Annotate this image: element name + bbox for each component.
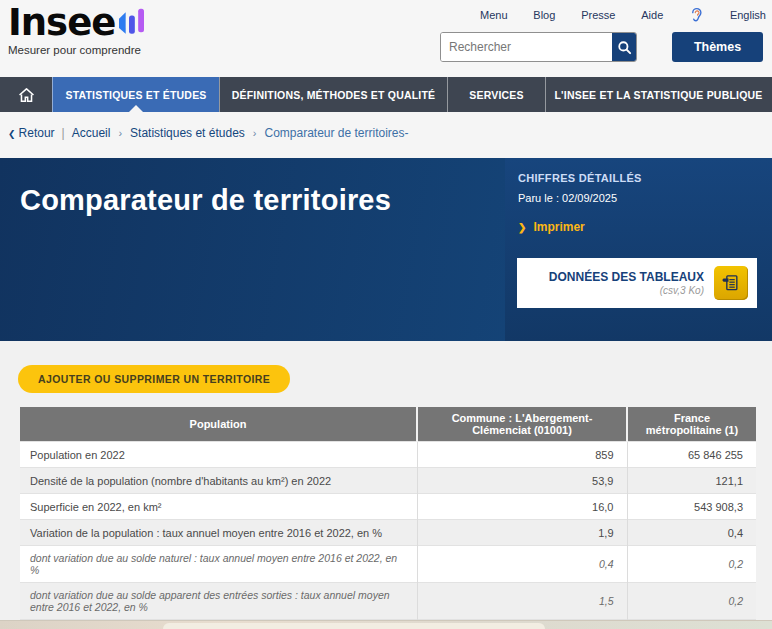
themes-button[interactable]: Thèmes (672, 32, 763, 62)
commune-value: 859 (417, 442, 627, 468)
nav-tab-label: SERVICES (469, 89, 524, 101)
search-input[interactable] (441, 33, 612, 61)
commune-value: 0,4 (417, 546, 627, 583)
breadcrumb-current: Comparateur de territoires- (264, 126, 408, 140)
nav-tab-label: STATISTIQUES ET ÉTUDES (65, 89, 206, 101)
column-header-population: Population (20, 407, 417, 442)
breadcrumb-separator-icon: › (118, 127, 122, 139)
print-link[interactable]: ❯Imprimer (518, 220, 585, 234)
france-value: 121,1 (627, 468, 756, 494)
presse-link[interactable]: Presse (581, 9, 615, 21)
row-label: Variation de la population : taux annuel… (20, 520, 417, 546)
insee-page: Insee Mesurer pour comprendre Menu Blog … (0, 0, 772, 629)
nav-tab-definitions[interactable]: DÉFINITIONS, MÉTHODES ET QUALITÉ (219, 77, 447, 112)
nav-tab-insee-statistique-publique[interactable]: L'INSEE ET LA STATISTIQUE PUBLIQUE (545, 77, 771, 112)
row-label: Densité de la population (nombre d'habit… (20, 468, 417, 494)
blog-link[interactable]: Blog (533, 9, 555, 21)
table-row: Variation de la population : taux annuel… (20, 520, 756, 546)
column-header-france: France métropolitaine (1) (627, 407, 756, 442)
breadcrumb: ❮Retour|Accueil›Statistiques et études›C… (0, 112, 772, 158)
row-label: Superficie en 2022, en km² (20, 494, 417, 520)
search-button[interactable] (612, 33, 636, 61)
home-icon (18, 87, 35, 103)
insee-logo[interactable]: Insee Mesurer pour comprendre (8, 2, 145, 56)
row-label: dont variation due au solde apparent des… (20, 583, 417, 620)
bottom-overlay (0, 620, 772, 629)
breadcrumb-accueil[interactable]: Accueil (72, 126, 111, 140)
brand-tagline: Mesurer pour comprendre (8, 44, 145, 56)
aide-link[interactable]: Aide (641, 9, 663, 21)
nav-tab-statistiques[interactable]: STATISTIQUES ET ÉTUDES (52, 77, 219, 112)
table-row: dont variation due au solde apparent des… (20, 583, 756, 620)
logo-text: Insee (8, 2, 115, 44)
main-nav: STATISTIQUES ET ÉTUDES DÉFINITIONS, MÉTH… (0, 77, 772, 112)
utility-menu: Menu Blog Presse Aide English (440, 6, 770, 23)
breadcrumb-separator-icon: › (253, 127, 257, 139)
publication-date: Paru le : 02/09/2025 (518, 192, 617, 204)
search-group (440, 32, 637, 62)
nav-tab-services[interactable]: SERVICES (447, 77, 545, 112)
hero-banner: Comparateur de territoires CHIFFRES DÉTA… (0, 158, 772, 341)
download-label: DONNÉES DES TABLEAUX (549, 270, 704, 284)
site-header: Insee Mesurer pour comprendre Menu Blog … (0, 0, 772, 77)
csv-file-icon (714, 266, 748, 300)
hero-side-panel: CHIFFRES DÉTAILLÉS Paru le : 02/09/2025 … (505, 158, 772, 341)
commune-value: 1,9 (417, 520, 627, 546)
nav-tab-label: L'INSEE ET LA STATISTIQUE PUBLIQUE (554, 89, 762, 101)
table-row: Population en 2022 859 65 846 255 (20, 442, 756, 468)
page-title: Comparateur de territoires (20, 184, 391, 217)
france-value: 0,4 (627, 520, 756, 546)
row-label: dont variation due au solde naturel : ta… (20, 546, 417, 583)
download-data-button[interactable]: DONNÉES DES TABLEAUX (csv,3 Ko) (517, 258, 757, 308)
france-value: 0,2 (627, 583, 756, 620)
table-header-row: Population Commune : L'Abergement-Clémen… (20, 407, 756, 442)
bottom-overlay-sheet (163, 623, 545, 629)
table-row: Superficie en 2022, en km² 16,0 543 908,… (20, 494, 756, 520)
insee-logo-bars-icon (118, 8, 145, 38)
commune-value: 16,0 (417, 494, 627, 520)
add-territory-button[interactable]: AJOUTER OU SUPPRIMER UN TERRITOIRE (18, 365, 290, 393)
france-value: 65 846 255 (627, 442, 756, 468)
main-content: AJOUTER OU SUPPRIMER UN TERRITOIRE Popul… (0, 341, 772, 629)
search-row: Thèmes (440, 32, 770, 62)
france-value: 543 908,3 (627, 494, 756, 520)
download-filesize: (csv,3 Ko) (549, 285, 704, 296)
menu-link[interactable]: Menu (480, 9, 508, 21)
column-header-commune: Commune : L'Abergement-Clémenciat (01001… (417, 407, 627, 442)
commune-value: 53,9 (417, 468, 627, 494)
search-icon (617, 40, 632, 55)
breadcrumb-statistiques[interactable]: Statistiques et études (130, 126, 245, 140)
header-utilities: Menu Blog Presse Aide English (440, 6, 770, 62)
commune-value: 1,5 (417, 583, 627, 620)
back-link[interactable]: ❮Retour (8, 126, 55, 140)
chevron-right-icon: ❯ (518, 222, 526, 233)
language-toggle[interactable]: English (730, 9, 766, 21)
back-arrow-icon: ❮ (8, 129, 16, 139)
population-table: Population Commune : L'Abergement-Clémen… (20, 407, 756, 629)
collection-kicker: CHIFFRES DÉTAILLÉS (518, 172, 642, 184)
row-label: Population en 2022 (20, 442, 417, 468)
france-value: 0,2 (627, 546, 756, 583)
breadcrumb-pipe: | (62, 126, 65, 140)
table-row: Densité de la population (nombre d'habit… (20, 468, 756, 494)
nav-tab-label: DÉFINITIONS, MÉTHODES ET QUALITÉ (232, 89, 436, 101)
hearing-accessibility-icon[interactable] (689, 6, 704, 23)
table-row: dont variation due au solde naturel : ta… (20, 546, 756, 583)
nav-home-button[interactable] (0, 77, 52, 112)
